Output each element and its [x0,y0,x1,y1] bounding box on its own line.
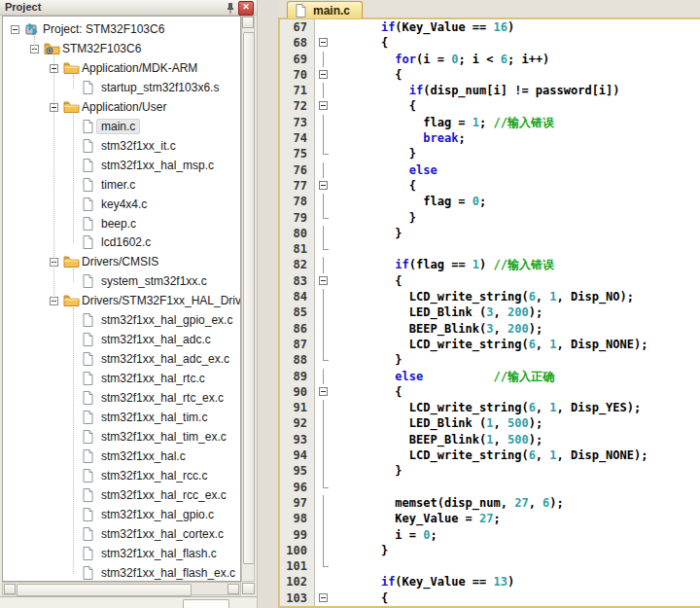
code-text[interactable]: LCD_write_string(6, 1, Disp_YES); [332,400,700,415]
tree-item-drivers-stm32f1xx-hal-driver[interactable]: Drivers/STM32F1xx_HAL_Driver [3,292,240,311]
code-line-80[interactable]: 80 } [280,226,700,241]
tree-vertical-scrollbar[interactable] [241,16,255,582]
code-text[interactable]: Key_Value = 27; [332,511,700,526]
tree-item-stm32f1xx-hal-gpio-c[interactable]: stm32f1xx_hal_gpio.c [3,506,240,525]
code-text[interactable]: { [332,384,700,400]
code-line-67[interactable]: 67 if(Key_Value == 16) [280,19,700,35]
code-line-88[interactable]: 88 } [280,352,700,368]
scroll-left-button[interactable] [4,584,16,594]
code-line-70[interactable]: 70 { [280,67,700,83]
code-line-103[interactable]: 103 { [280,590,700,606]
fold-collapse-icon[interactable] [315,178,332,194]
code-text[interactable]: { [332,35,700,51]
tree-item-stm32f1xx-hal-adc-c[interactable]: stm32f1xx_hal_adc.c [3,331,240,350]
code-text[interactable]: } [332,352,700,368]
code-line-101[interactable]: 101 [280,558,700,574]
code-line-82[interactable]: 82 if(flag == 1) //输入错误 [280,257,700,272]
fold-collapse-icon[interactable] [315,273,332,289]
code-text[interactable]: { [332,273,700,289]
tree-horizontal-scrollbar[interactable] [2,582,241,595]
code-line-72[interactable]: 72 { [280,98,700,114]
code-text[interactable]: } [332,210,700,226]
code-line-79[interactable]: 79 } [280,210,700,226]
tree-item-lcd1602-c[interactable]: lcd1602.c [3,233,240,253]
code-text[interactable]: else //输入正确 [332,369,700,384]
tree-item-stm32f1xx-it-c[interactable]: stm32f1xx_it.c [3,137,240,157]
code-text[interactable]: LCD_write_string(6, 1, Disp_NO); [332,289,700,304]
code-line-102[interactable]: 102 if(Key_Value == 13) [280,574,700,590]
tree-item-stm32f1xx-hal-flash-c[interactable]: stm32f1xx_hal_flash.c [3,545,240,564]
code-text[interactable]: } [332,543,700,558]
code-line-84[interactable]: 84 LCD_write_string(6, 1, Disp_NO); [280,289,700,304]
code-line-73[interactable]: 73 flag = 1; //输入错误 [280,115,700,130]
code-line-100[interactable]: 100 } [280,543,700,558]
code-line-87[interactable]: 87 LCD_write_string(6, 1, Disp_NONE); [280,337,700,352]
tree-item-stm32f1xx-hal-cortex-c[interactable]: stm32f1xx_hal_cortex.c [3,525,240,545]
code-text[interactable] [332,241,700,257]
code-line-92[interactable]: 92 LED_Blink (1, 500); [280,415,700,431]
code-text[interactable]: { [332,67,700,83]
tree-item-beep-c[interactable]: beep.c [3,215,240,234]
code-text[interactable]: { [332,98,700,114]
tree-item-stm32f1xx-hal-tim-c[interactable]: stm32f1xx_hal_tim.c [3,409,240,428]
code-text[interactable]: LCD_write_string(6, 1, Disp_NONE); [332,337,700,352]
code-text[interactable]: memset(disp_num, 27, 6); [332,495,700,511]
code-line-89[interactable]: 89 else //输入正确 [280,369,700,384]
fold-collapse-icon[interactable] [315,384,332,400]
code-text[interactable] [332,558,700,574]
fold-collapse-icon[interactable] [315,35,332,51]
code-line-97[interactable]: 97 memset(disp_num, 27, 6); [280,495,700,511]
tree-item-application-mdk-arm[interactable]: Application/MDK-ARM [3,59,240,79]
fold-collapse-icon[interactable] [315,67,332,83]
code-text[interactable]: else [332,162,700,178]
vertical-scroll-track[interactable] [243,30,253,580]
code-text[interactable]: { [332,178,700,194]
code-line-99[interactable]: 99 i = 0; [280,527,700,543]
code-line-78[interactable]: 78 flag = 0; [280,194,700,209]
code-line-90[interactable]: 90 { [280,384,700,400]
code-text[interactable]: LCD_write_string(6, 1, Disp_NONE); [332,447,700,463]
code-text[interactable]: LED_Blink (1, 500); [332,415,700,431]
code-line-86[interactable]: 86 BEEP_Blink(3, 200); [280,321,700,337]
code-line-71[interactable]: 71 if(disp_num[i] != password[i]) [280,83,700,98]
code-text[interactable]: flag = 0; [332,194,700,209]
pin-icon[interactable] [225,1,236,14]
tree-item-stm32f1xx-hal-rcc-ex-c[interactable]: stm32f1xx_hal_rcc_ex.c [3,486,240,506]
tree-item-stm32f1xx-hal-rcc-c[interactable]: stm32f1xx_hal_rcc.c [3,467,240,486]
code-line-81[interactable]: 81 [280,241,700,257]
tree-item-startup-stm32f103x6-s[interactable]: startup_stm32f103x6.s [3,79,240,98]
code-line-69[interactable]: 69 for(i = 0; i < 6; i++) [280,52,700,67]
code-text[interactable]: } [332,226,700,241]
code-text[interactable]: BEEP_Blink(1, 500); [332,432,700,447]
tree-item-stm32f1xx-hal-rtc-ex-c[interactable]: stm32f1xx_hal_rtc_ex.c [3,389,240,409]
vertical-scroll-thumb[interactable] [243,32,255,564]
tree-item-stm32f1xx-hal-flash-ex-c[interactable]: stm32f1xx_hal_flash_ex.c [3,564,240,582]
code-line-74[interactable]: 74 break; [280,130,700,146]
code-text[interactable]: if(Key_Value == 16) [332,19,700,35]
close-icon[interactable]: ✕ [238,1,254,16]
code-line-77[interactable]: 77 { [280,178,700,194]
code-text[interactable]: LED_Blink (3, 200); [332,304,700,320]
panel-tab-stub[interactable] [183,599,229,608]
scroll-up-button[interactable] [242,17,254,28]
code-text[interactable]: if(Key_Value == 13) [332,574,700,590]
code-text[interactable]: break; [332,130,700,146]
code-line-94[interactable]: 94 LCD_write_string(6, 1, Disp_NONE); [280,447,700,463]
code-line-75[interactable]: 75 } [280,146,700,161]
fold-collapse-icon[interactable] [315,98,332,114]
tab-main-c[interactable]: main.c [287,1,363,18]
horizontal-scroll-thumb[interactable] [17,584,192,596]
tree-item-stm32f1xx-hal-gpio-ex-c[interactable]: stm32f1xx_hal_gpio_ex.c [3,311,240,331]
code-line-83[interactable]: 83 { [280,273,700,289]
tree-item-stm32f1xx-hal-adc-ex-c[interactable]: stm32f1xx_hal_adc_ex.c [3,350,240,370]
code-text[interactable]: if(disp_num[i] != password[i]) [332,83,700,98]
tree-item-main-c[interactable]: main.c [3,118,240,137]
code-text[interactable]: } [332,146,700,161]
code-text[interactable]: { [332,590,700,606]
code-editor[interactable]: 67 if(Key_Value == 16)68 {69 for(i = 0; … [278,19,700,608]
code-line-91[interactable]: 91 LCD_write_string(6, 1, Disp_YES); [280,400,700,415]
code-text[interactable]: flag = 1; //输入错误 [332,115,700,130]
scroll-down-button[interactable] [242,583,255,594]
tree-item-key4x4-c[interactable]: key4x4.c [3,196,240,215]
fold-collapse-icon[interactable] [315,590,332,606]
